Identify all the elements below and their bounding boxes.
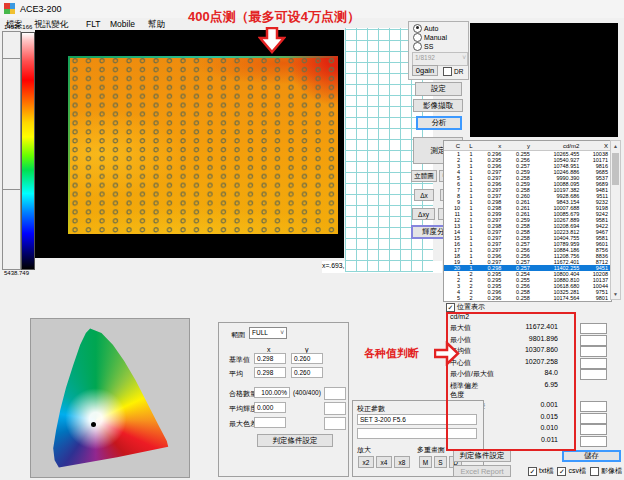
col-header-cdm2: cd/m2 <box>533 143 583 149</box>
col-header-x2: X <box>582 143 611 149</box>
multi-m-button[interactable]: M <box>419 456 432 468</box>
image-file-checkbox[interactable] <box>590 467 599 476</box>
average-y-field[interactable]: 0.260 <box>291 367 323 378</box>
position-display-label: 位置表示 <box>457 302 485 312</box>
max-color-diff-field[interactable] <box>254 417 286 428</box>
csv-file-checkbox-row[interactable]: ✓ csv檔 <box>557 466 586 476</box>
shutter-value: 1/8192 <box>415 54 435 61</box>
maxdiff-judge-box <box>324 417 346 430</box>
heatmap-image[interactable] <box>68 56 338 234</box>
table-scrollbar[interactable]: ▲ ▼ <box>610 140 621 300</box>
dr-checkbox-row[interactable]: DR <box>443 67 463 76</box>
table-row[interactable]: 520.2960.25810174.5649801 <box>444 295 611 301</box>
measure-point-grid <box>68 56 338 234</box>
table-cell: 0.258 <box>504 295 533 301</box>
dr-checkbox[interactable] <box>443 67 452 76</box>
zero-gain-button[interactable]: 0gain <box>412 65 438 76</box>
judge-condition-button-2[interactable]: 判定條件設定 <box>453 450 511 462</box>
menu-mobile[interactable]: Mobile <box>110 19 135 29</box>
csv-file-checkbox[interactable]: ✓ <box>557 467 566 476</box>
cie-diagram-panel[interactable] <box>30 318 190 478</box>
judge-condition-button[interactable]: 判定條件設定 <box>257 434 333 447</box>
scroll-down-icon[interactable]: ▼ <box>611 289 620 299</box>
colorbar-scale-box <box>2 31 21 270</box>
magnify-x4-button[interactable]: x4 <box>376 456 392 468</box>
measurement-table-body: 110.2960.25510265.45510038210.2950.25610… <box>444 151 611 301</box>
txt-file-checkbox[interactable]: ✓ <box>528 467 537 476</box>
reference-x-field[interactable]: 0.298 <box>254 353 286 364</box>
annotation-400-points: 400点测（最多可设4万点测） <box>188 8 360 26</box>
save-button[interactable]: 儲存 <box>562 450 621 462</box>
radio-ss[interactable]: SS <box>413 42 433 50</box>
magnify-x8-button[interactable]: x8 <box>394 456 410 468</box>
white-point-marker <box>91 422 96 427</box>
annotation-red-rectangle <box>446 312 576 451</box>
scroll-up-icon[interactable]: ▲ <box>611 141 620 151</box>
chevron-down-icon: ˅ <box>462 54 466 61</box>
table-header: C L x y cd/m2 X <box>444 141 611 151</box>
multi-screen-label: 多重畫面 <box>417 445 445 455</box>
delta-x-button[interactable]: Δx <box>414 189 434 201</box>
image-file-label: 影像檔 <box>601 466 622 476</box>
table-cell: 5 <box>444 295 463 301</box>
settings-button[interactable]: 設定 <box>415 82 462 96</box>
magnify-label: 放大 <box>357 445 371 455</box>
measurement-table[interactable]: C L x y cd/m2 X 110.2960.25510265.455100… <box>443 140 612 302</box>
judge-result-box <box>580 335 607 346</box>
colorbar-gradient <box>21 32 35 270</box>
x-col-header: x <box>267 346 271 353</box>
delta-xy-button[interactable]: Δxy <box>412 208 435 220</box>
menu-flt[interactable]: FLT <box>86 19 100 29</box>
col-header-l: L <box>463 143 475 149</box>
average-label: 平均 <box>229 369 243 379</box>
col-header-y: y <box>504 143 533 149</box>
table-cell: 9801 <box>582 295 611 301</box>
export-format-checkboxes: ✓ txt檔 ✓ csv檔 影像檔 <box>528 466 622 476</box>
analyze-button[interactable]: 分析 <box>416 116 462 130</box>
max-color-diff-label: 最大色差 <box>229 419 257 429</box>
heatmap-panel[interactable] <box>35 30 344 258</box>
position-display-checkbox[interactable]: ✓ <box>446 303 455 312</box>
image-capture-button[interactable]: 影像擷取 <box>413 99 463 112</box>
txt-file-checkbox-row[interactable]: ✓ txt檔 <box>528 466 553 476</box>
multi-s-button[interactable]: S <box>434 456 447 468</box>
range-select[interactable]: FULL ˅ <box>249 327 287 339</box>
col-header-c: C <box>444 143 463 149</box>
radio-manual-circle[interactable] <box>413 33 422 42</box>
average-x-field[interactable]: 0.298 <box>254 367 286 378</box>
cie-horseshoe <box>39 324 181 472</box>
pass-count-label: 合格數量 <box>229 389 257 399</box>
red-down-arrow-icon <box>258 27 286 54</box>
luminance-judge-box <box>324 402 346 415</box>
image-file-checkbox-row[interactable]: 影像檔 <box>590 466 622 476</box>
judge-result-box <box>580 323 607 334</box>
radio-ss-circle[interactable] <box>413 42 422 51</box>
chevron-down-icon: ˅ <box>280 329 284 336</box>
y-col-header: y <box>305 346 309 353</box>
avg-luminance-field[interactable]: 0.000 <box>254 402 286 413</box>
magnify-x2-button[interactable]: x2 <box>358 456 374 468</box>
reference-y-field[interactable]: 0.260 <box>291 353 323 364</box>
radio-auto-label: Auto <box>424 25 438 32</box>
pass-fraction: (400/400) <box>293 389 321 396</box>
radio-auto-circle[interactable] <box>413 24 422 33</box>
scroll-thumb[interactable] <box>612 153 619 185</box>
avg-luminance-label: 平均輝度 <box>229 404 257 414</box>
csv-file-label: csv檔 <box>568 466 586 476</box>
txt-file-label: txt檔 <box>539 466 553 476</box>
judge-result-box <box>580 369 607 380</box>
judge-result-box <box>580 358 607 369</box>
judge-result-box <box>580 413 607 424</box>
radio-manual-label: Manual <box>424 34 447 41</box>
radio-auto[interactable]: Auto <box>413 24 438 32</box>
stereo-button[interactable]: 立體圖 <box>411 170 437 182</box>
position-display-checkbox-row[interactable]: ✓ 位置表示 <box>446 302 485 312</box>
pass-judge-box <box>324 387 346 400</box>
reference-label: 基準值 <box>229 355 250 365</box>
excel-report-button[interactable]: Excel Report <box>453 465 511 477</box>
window-title: ACE3-200 <box>20 4 62 14</box>
pass-rate-field: 100.00% <box>254 387 290 398</box>
radio-manual[interactable]: Manual <box>413 33 447 41</box>
annotation-value-judgment: 各种值判断 <box>364 346 419 361</box>
shutter-select[interactable]: 1/8192 ˅ <box>412 52 468 66</box>
